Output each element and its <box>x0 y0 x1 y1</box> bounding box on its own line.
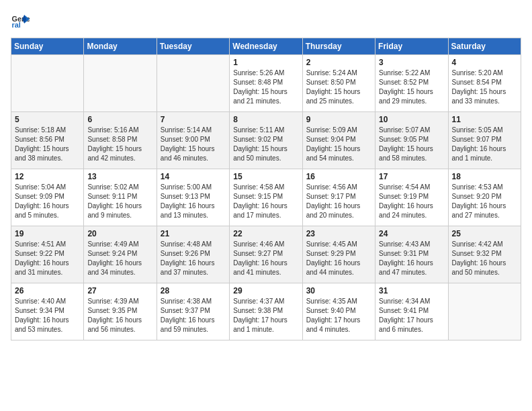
day-number: 2 <box>306 58 371 67</box>
cell-content: Sunrise: 4:48 AM Sunset: 9:26 PM Dayligh… <box>161 240 226 277</box>
calendar-cell: 22Sunrise: 4:46 AM Sunset: 9:27 PM Dayli… <box>230 226 302 283</box>
calendar-cell <box>157 55 229 112</box>
day-of-week-header: Thursday <box>302 38 375 55</box>
cell-content: Sunrise: 4:42 AM Sunset: 9:32 PM Dayligh… <box>452 240 517 277</box>
calendar-week-row: 19Sunrise: 4:51 AM Sunset: 9:22 PM Dayli… <box>11 226 521 283</box>
day-of-week-header: Wednesday <box>230 38 302 55</box>
calendar-cell: 27Sunrise: 4:39 AM Sunset: 9:35 PM Dayli… <box>84 283 157 340</box>
cell-content: Sunrise: 4:35 AM Sunset: 9:40 PM Dayligh… <box>306 297 371 334</box>
calendar-week-row: 5Sunrise: 5:18 AM Sunset: 8:56 PM Daylig… <box>11 112 521 169</box>
day-number: 13 <box>87 172 152 181</box>
calendar-cell: 14Sunrise: 5:00 AM Sunset: 9:13 PM Dayli… <box>157 169 229 226</box>
cell-content: Sunrise: 4:43 AM Sunset: 9:31 PM Dayligh… <box>379 240 444 277</box>
svg-text:ral: ral <box>12 21 21 29</box>
day-number: 9 <box>306 115 371 124</box>
day-number: 22 <box>233 229 298 238</box>
cell-content: Sunrise: 5:05 AM Sunset: 9:07 PM Dayligh… <box>452 126 517 163</box>
day-number: 31 <box>379 286 444 295</box>
calendar-week-row: 12Sunrise: 5:04 AM Sunset: 9:09 PM Dayli… <box>11 169 521 226</box>
calendar-cell: 13Sunrise: 5:02 AM Sunset: 9:11 PM Dayli… <box>84 169 157 226</box>
cell-content: Sunrise: 5:09 AM Sunset: 9:04 PM Dayligh… <box>306 126 371 163</box>
calendar-cell: 10Sunrise: 5:07 AM Sunset: 9:05 PM Dayli… <box>375 112 448 169</box>
cell-content: Sunrise: 5:20 AM Sunset: 8:54 PM Dayligh… <box>452 68 517 106</box>
day-of-week-header: Monday <box>84 38 157 55</box>
calendar-cell: 2Sunrise: 5:24 AM Sunset: 8:50 PM Daylig… <box>302 55 375 112</box>
calendar-cell: 21Sunrise: 4:48 AM Sunset: 9:26 PM Dayli… <box>157 226 229 283</box>
calendar-table: SundayMondayTuesdayWednesdayThursdayFrid… <box>11 38 521 340</box>
cell-content: Sunrise: 5:14 AM Sunset: 9:00 PM Dayligh… <box>161 126 226 163</box>
calendar-cell: 16Sunrise: 4:56 AM Sunset: 9:17 PM Dayli… <box>302 169 375 226</box>
calendar-cell: 11Sunrise: 5:05 AM Sunset: 9:07 PM Dayli… <box>448 112 521 169</box>
calendar-cell: 31Sunrise: 4:34 AM Sunset: 9:41 PM Dayli… <box>375 283 448 340</box>
day-number: 8 <box>233 115 298 124</box>
calendar-header-row: SundayMondayTuesdayWednesdayThursdayFrid… <box>11 38 521 55</box>
cell-content: Sunrise: 5:24 AM Sunset: 8:50 PM Dayligh… <box>306 68 371 106</box>
day-number: 14 <box>161 172 226 181</box>
calendar-week-row: 26Sunrise: 4:40 AM Sunset: 9:34 PM Dayli… <box>11 283 521 340</box>
calendar-cell: 20Sunrise: 4:49 AM Sunset: 9:24 PM Dayli… <box>84 226 157 283</box>
calendar-cell: 23Sunrise: 4:45 AM Sunset: 9:29 PM Dayli… <box>302 226 375 283</box>
day-number: 16 <box>306 172 371 181</box>
day-of-week-header: Friday <box>375 38 448 55</box>
cell-content: Sunrise: 4:40 AM Sunset: 9:34 PM Dayligh… <box>15 297 80 334</box>
page-header: Gene ral <box>11 11 521 30</box>
logo: Gene ral <box>11 11 32 30</box>
cell-content: Sunrise: 4:46 AM Sunset: 9:27 PM Dayligh… <box>233 240 298 277</box>
day-number: 12 <box>15 172 80 181</box>
calendar-cell: 24Sunrise: 4:43 AM Sunset: 9:31 PM Dayli… <box>375 226 448 283</box>
day-number: 10 <box>379 115 444 124</box>
calendar-cell: 19Sunrise: 4:51 AM Sunset: 9:22 PM Dayli… <box>11 226 84 283</box>
day-number: 30 <box>306 286 371 295</box>
calendar-cell <box>11 55 84 112</box>
cell-content: Sunrise: 5:26 AM Sunset: 8:48 PM Dayligh… <box>233 68 298 106</box>
day-number: 11 <box>452 115 517 124</box>
calendar-cell: 26Sunrise: 4:40 AM Sunset: 9:34 PM Dayli… <box>11 283 84 340</box>
calendar-cell: 30Sunrise: 4:35 AM Sunset: 9:40 PM Dayli… <box>302 283 375 340</box>
calendar-cell: 17Sunrise: 4:54 AM Sunset: 9:19 PM Dayli… <box>375 169 448 226</box>
cell-content: Sunrise: 4:51 AM Sunset: 9:22 PM Dayligh… <box>15 240 80 277</box>
calendar-cell: 18Sunrise: 4:53 AM Sunset: 9:20 PM Dayli… <box>448 169 521 226</box>
calendar-cell: 4Sunrise: 5:20 AM Sunset: 8:54 PM Daylig… <box>448 55 521 112</box>
day-number: 4 <box>452 58 517 67</box>
calendar-cell: 29Sunrise: 4:37 AM Sunset: 9:38 PM Dayli… <box>230 283 302 340</box>
day-of-week-header: Tuesday <box>157 38 229 55</box>
day-number: 29 <box>233 286 298 295</box>
cell-content: Sunrise: 4:37 AM Sunset: 9:38 PM Dayligh… <box>233 297 298 334</box>
day-number: 1 <box>233 58 298 67</box>
cell-content: Sunrise: 5:00 AM Sunset: 9:13 PM Dayligh… <box>161 183 226 220</box>
calendar-cell: 1Sunrise: 5:26 AM Sunset: 8:48 PM Daylig… <box>230 55 302 112</box>
logo-icon: Gene ral <box>11 11 30 30</box>
day-number: 19 <box>15 229 80 238</box>
day-number: 27 <box>87 286 152 295</box>
calendar-cell: 28Sunrise: 4:38 AM Sunset: 9:37 PM Dayli… <box>157 283 229 340</box>
calendar-cell: 6Sunrise: 5:16 AM Sunset: 8:58 PM Daylig… <box>84 112 157 169</box>
cell-content: Sunrise: 4:56 AM Sunset: 9:17 PM Dayligh… <box>306 183 371 220</box>
day-number: 5 <box>15 115 80 124</box>
calendar-week-row: 1Sunrise: 5:26 AM Sunset: 8:48 PM Daylig… <box>11 55 521 112</box>
calendar-cell: 5Sunrise: 5:18 AM Sunset: 8:56 PM Daylig… <box>11 112 84 169</box>
day-of-week-header: Saturday <box>448 38 521 55</box>
cell-content: Sunrise: 4:38 AM Sunset: 9:37 PM Dayligh… <box>161 297 226 334</box>
day-number: 7 <box>161 115 226 124</box>
calendar-cell: 3Sunrise: 5:22 AM Sunset: 8:52 PM Daylig… <box>375 55 448 112</box>
cell-content: Sunrise: 4:39 AM Sunset: 9:35 PM Dayligh… <box>87 297 152 334</box>
day-number: 6 <box>87 115 152 124</box>
cell-content: Sunrise: 5:22 AM Sunset: 8:52 PM Dayligh… <box>379 68 444 106</box>
day-number: 28 <box>161 286 226 295</box>
cell-content: Sunrise: 5:02 AM Sunset: 9:11 PM Dayligh… <box>87 183 152 220</box>
cell-content: Sunrise: 4:53 AM Sunset: 9:20 PM Dayligh… <box>452 183 517 220</box>
calendar-cell: 15Sunrise: 4:58 AM Sunset: 9:15 PM Dayli… <box>230 169 302 226</box>
day-number: 21 <box>161 229 226 238</box>
calendar-cell: 25Sunrise: 4:42 AM Sunset: 9:32 PM Dayli… <box>448 226 521 283</box>
cell-content: Sunrise: 5:18 AM Sunset: 8:56 PM Dayligh… <box>15 126 80 163</box>
cell-content: Sunrise: 5:04 AM Sunset: 9:09 PM Dayligh… <box>15 183 80 220</box>
day-number: 25 <box>452 229 517 238</box>
day-number: 3 <box>379 58 444 67</box>
cell-content: Sunrise: 5:11 AM Sunset: 9:02 PM Dayligh… <box>233 126 298 163</box>
day-number: 23 <box>306 229 371 238</box>
cell-content: Sunrise: 5:16 AM Sunset: 8:58 PM Dayligh… <box>87 126 152 163</box>
calendar-cell: 8Sunrise: 5:11 AM Sunset: 9:02 PM Daylig… <box>230 112 302 169</box>
calendar-cell: 9Sunrise: 5:09 AM Sunset: 9:04 PM Daylig… <box>302 112 375 169</box>
day-number: 26 <box>15 286 80 295</box>
cell-content: Sunrise: 5:07 AM Sunset: 9:05 PM Dayligh… <box>379 126 444 163</box>
